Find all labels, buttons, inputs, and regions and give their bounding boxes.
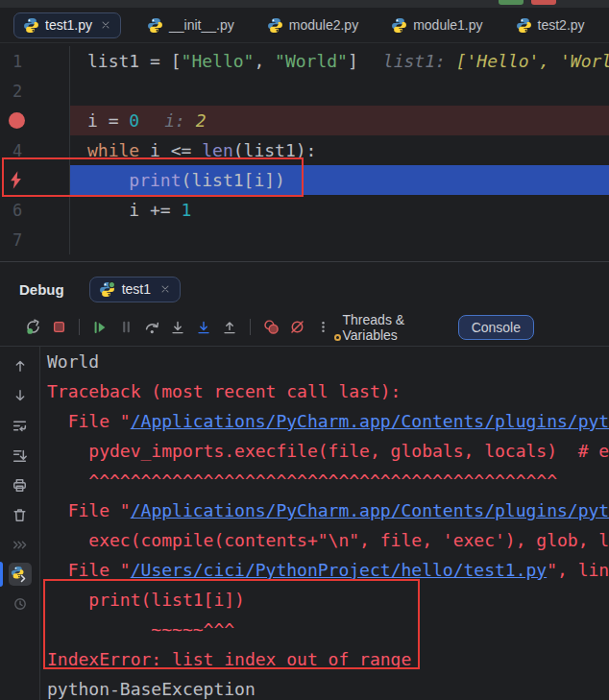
clear-all-button[interactable] (9, 503, 32, 526)
python-file-icon (391, 17, 407, 34)
console-text: World (47, 351, 99, 372)
code-token: i = (87, 110, 129, 131)
console-text: ", lin (547, 560, 609, 580)
console-line: print(list1[i]) (47, 585, 609, 615)
editor-tab-module1-py[interactable]: module1.py (382, 13, 491, 37)
editor-gutter[interactable]: 1 (0, 46, 69, 76)
code-token: i += (87, 200, 182, 220)
line-number: 6 (0, 201, 22, 220)
history-button[interactable] (9, 592, 32, 616)
toolbar-separator (79, 319, 80, 335)
console-text: File " (47, 411, 131, 431)
print-button[interactable] (9, 473, 32, 496)
close-session-icon[interactable] (159, 283, 171, 295)
stop-button-nub[interactable] (531, 0, 556, 5)
breakpoint-icon[interactable] (9, 112, 25, 129)
console-text: pydev_imports.execfile(file, globals, lo… (47, 441, 609, 461)
main-toolbar-strip (0, 0, 609, 8)
more-options-button[interactable] (311, 316, 334, 339)
console-text: File " (47, 560, 131, 580)
panel-splitter[interactable] (0, 254, 609, 270)
editor-line: print(list1[i]) (0, 165, 609, 195)
code-token: i <= (139, 140, 202, 160)
rerun-debug-button[interactable] (21, 316, 44, 339)
stack-trace-link[interactable]: /Applications/PyCharm.app/Contents/plugi… (131, 411, 609, 431)
view-breakpoints-button[interactable] (259, 316, 282, 339)
line-number: 7 (0, 230, 22, 250)
stack-trace-link[interactable]: /Users/cici/PythonProject/hello/test1.py (131, 560, 547, 580)
stack-trace-link[interactable]: /Applications/PyCharm.app/Contents/plugi… (131, 500, 609, 520)
editor-gutter[interactable]: 6 (0, 195, 69, 225)
exception-lightning-icon[interactable] (7, 170, 25, 190)
code-token: 1 (182, 200, 192, 220)
close-tab-icon[interactable] (100, 19, 111, 31)
editor-gutter[interactable]: 4 (0, 135, 69, 165)
code-line-text[interactable] (69, 76, 609, 106)
code-token: (list1[i]) (182, 170, 285, 190)
debug-toolbar: Threads & VariablesConsole (0, 308, 609, 347)
step-into-button[interactable] (166, 316, 189, 339)
code-token: "World" (275, 51, 348, 71)
down-the-stack-trace-button[interactable] (9, 384, 32, 407)
python-file-icon (516, 17, 532, 34)
code-token: len (202, 140, 233, 160)
editor-tab-test1-py[interactable]: test1.py (13, 12, 121, 38)
editor-tab-module2-py[interactable]: module2.py (258, 13, 367, 37)
console-line: File "/Applications/PyCharm.app/Contents… (47, 495, 609, 525)
code-token: "Hello" (182, 51, 255, 71)
code-line-text[interactable]: print(list1[i]) (69, 165, 609, 195)
editor-gutter[interactable] (0, 106, 69, 135)
debug-panel-title: Debug (19, 281, 64, 298)
editor-tab-label: test1.py (45, 17, 92, 33)
step-out-button[interactable] (218, 316, 241, 339)
line-number: 2 (0, 82, 22, 101)
console-line: exec(compile(contents+"\n", file, 'exec'… (47, 525, 609, 555)
editor-gutter[interactable]: 2 (0, 76, 69, 106)
code-token: print (129, 170, 181, 190)
line-number: 1 (0, 52, 22, 71)
resume-program-button[interactable] (88, 316, 111, 339)
code-line-text[interactable] (69, 225, 609, 254)
stop-button[interactable] (47, 316, 70, 339)
python-prompt-button[interactable] (9, 533, 32, 556)
debugger-inline-hint: list1: ['Hello', 'Worl (383, 51, 609, 71)
console-text: ^^^^^^^^^^^^^^^^^^^^^^^^^^^^^^^^^^^^^^^^… (47, 471, 557, 491)
console-toolbar (0, 347, 40, 700)
console-line: pydev_imports.execfile(file, globals, lo… (47, 436, 609, 466)
editor-gutter[interactable] (0, 165, 69, 195)
soft-wrap-button[interactable] (9, 414, 32, 437)
python-console-button[interactable] (9, 563, 32, 586)
step-over-button[interactable] (140, 316, 163, 339)
up-the-stack-trace-button[interactable] (9, 354, 32, 377)
code-line-text[interactable]: while i <= len(list1): (69, 135, 609, 165)
run-button-nub[interactable] (499, 0, 524, 5)
code-editor: 1list1 = ["Hello", "World"]list1: ['Hell… (0, 43, 609, 254)
force-step-into-button[interactable] (192, 316, 215, 339)
editor-tab-label: test2.py (538, 17, 585, 33)
editor-line: 1list1 = ["Hello", "World"]list1: ['Hell… (0, 46, 609, 76)
code-line-text[interactable]: i = 0i: 2 (69, 106, 609, 135)
line-number: 4 (0, 141, 22, 160)
code-line-text[interactable]: i += 1 (69, 195, 609, 225)
code-line-text[interactable]: list1 = ["Hello", "World"]list1: ['Hello… (69, 46, 609, 76)
editor-tab--init-py[interactable]: __init__.py (138, 13, 243, 37)
view-tab-label: Console (472, 320, 521, 335)
editor-tab-label: module1.py (413, 17, 482, 33)
editor-tab-test2-py[interactable]: test2.py (507, 13, 594, 37)
debug-session-tab[interactable]: test1 (89, 277, 181, 302)
view-tab-label: Threads & Variables (343, 312, 445, 343)
editor-tab-label: module2.py (289, 17, 358, 33)
code-token: (list1): (233, 140, 317, 160)
console-text: exec(compile(contents+"\n", file, 'exec'… (47, 530, 609, 550)
view-tab-console[interactable]: Console (458, 315, 534, 340)
console-line: ~~~~~^^^ (47, 615, 609, 644)
mute-breakpoints-button[interactable] (285, 316, 308, 339)
editor-gutter[interactable]: 7 (0, 225, 69, 254)
console-line: File "/Users/cici/PythonProject/hello/te… (47, 555, 609, 585)
debug-view-tabs: Threads & VariablesConsole (334, 312, 534, 343)
console-line: ^^^^^^^^^^^^^^^^^^^^^^^^^^^^^^^^^^^^^^^^… (47, 466, 609, 495)
view-tab-threads-variables[interactable]: Threads & Variables (334, 312, 445, 343)
pause-program-button[interactable] (114, 316, 137, 339)
scroll-to-end-button[interactable] (9, 444, 32, 467)
console-output[interactable]: WorldTraceback (most recent call last): … (40, 347, 609, 700)
